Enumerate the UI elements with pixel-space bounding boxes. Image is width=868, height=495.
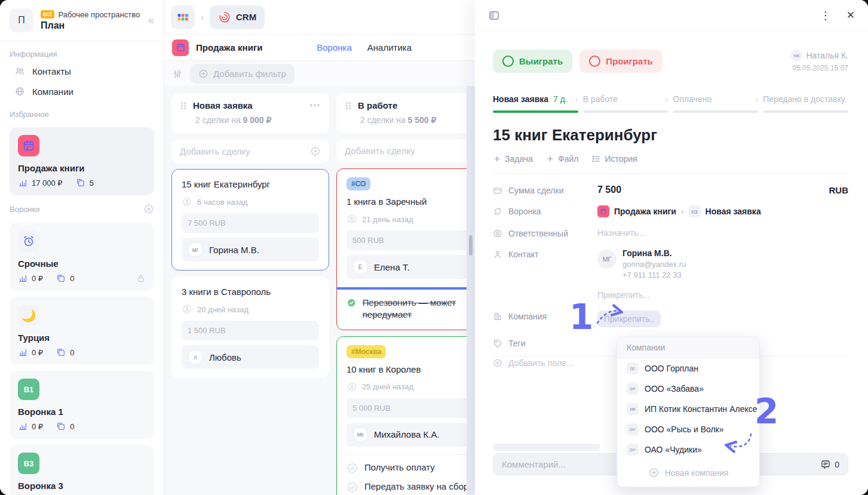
deal-contact[interactable]: мг Горина М.В. <box>182 238 319 262</box>
stage-delivery[interactable]: Передано в доставку <box>763 94 848 113</box>
funnel-amount: 17 000 ₽ <box>32 179 63 187</box>
funnel-title: Продажа книги <box>18 163 146 173</box>
drag-handle-icon[interactable] <box>345 102 352 110</box>
deal-card-ekaterinburg[interactable]: 15 книг Екатеринбург 6 часов назад 7 500… <box>171 169 329 270</box>
workspace-avatar[interactable]: П <box>10 8 33 32</box>
column-title: В работе <box>358 100 475 110</box>
panel-menu-icon[interactable]: ⋮ <box>820 9 831 22</box>
deal-currency[interactable]: RUB <box>829 185 849 195</box>
company-option[interactable]: огООО Горплан <box>617 358 759 379</box>
add-deal-input[interactable]: Добавить сделку <box>336 139 475 162</box>
deal-time: 21 день назад <box>362 215 413 224</box>
crm-app-label: CRM <box>236 12 256 22</box>
tab-analytics[interactable]: Аналитика <box>367 42 412 53</box>
deals-count-icon <box>56 422 66 431</box>
favorite-funnel-card[interactable]: Продажа книги 17 000 ₽ 5 <box>10 127 154 195</box>
funnel-title: Воронка 1 <box>18 407 146 417</box>
add-file-button[interactable]: Файл <box>546 154 578 164</box>
workspace-label: Рабочее пространство <box>58 10 140 19</box>
company-option[interactable]: о«ОАО «Чудики» <box>617 439 759 460</box>
sidebar-item-companies[interactable]: Компании <box>0 81 164 102</box>
deal-contact[interactable]: мк Михайлова К.А. <box>346 423 475 447</box>
funnel-card-srochnye[interactable]: Срочные 0 ₽ 0 <box>10 223 154 291</box>
company-option[interactable]: о«ООО «Рысь и Волк» <box>617 419 759 439</box>
lose-button[interactable]: Проиграть <box>579 50 662 73</box>
funnel-title: Турция <box>18 333 146 343</box>
stage-new[interactable]: Новая заявка7 д.› <box>493 94 578 113</box>
deal-funnel-value[interactable]: Продажа книги <box>614 207 676 216</box>
company-attach-input[interactable]: Прикрепить.. <box>597 310 661 327</box>
company-option[interactable]: икИП Котик Константин Алексе <box>617 399 759 419</box>
deal-contact[interactable]: л Любовь <box>182 345 319 369</box>
filter-sliders-icon[interactable] <box>172 69 183 79</box>
crm-app-chip[interactable]: CRM <box>210 5 265 29</box>
scrollbar-thumb[interactable] <box>469 235 473 256</box>
vertical-scrollbar[interactable] <box>467 86 475 495</box>
comment-count[interactable]: 0 <box>820 459 839 470</box>
board-header: Продажа книги Воронка Аналитика <box>164 35 475 61</box>
deal-price: 1 500 RUB <box>182 321 319 340</box>
collapse-sidebar-icon[interactable]: « <box>148 14 154 27</box>
attach-placeholder[interactable]: Прикрепить... <box>597 290 650 300</box>
deal-title: 15 книг Екатеринбург <box>493 126 848 144</box>
deal-stage-value[interactable]: Новая заявка <box>706 207 761 216</box>
new-company-button[interactable]: Новая компания <box>617 460 759 487</box>
deal-contact[interactable]: Е Елена Т. <box>346 255 475 279</box>
assignee-icon <box>182 304 192 315</box>
funnel-title: Срочные <box>18 259 146 269</box>
contact-phone[interactable]: +7 911 111 22 33 <box>622 270 686 279</box>
funnel-card-voronka3[interactable]: В3 Воронка 3 0 ₽ 0 <box>10 445 154 495</box>
add-filter-button[interactable]: Добавить фильтр <box>190 64 295 84</box>
lock-icon <box>136 273 146 283</box>
field-amount: Сумма сделки 7 500 RUB <box>493 185 848 195</box>
stage-inwork[interactable]: В работе› <box>583 94 668 113</box>
task-done[interactable]: Перезвонить — может передумает <box>346 297 475 321</box>
apps-grid-button[interactable] <box>171 5 195 29</box>
section-funnels-label: Воронки <box>10 205 40 214</box>
history-button[interactable]: История <box>591 154 637 164</box>
add-funnel-icon[interactable] <box>143 204 154 214</box>
win-button[interactable]: Выиграть <box>493 50 572 73</box>
company-option[interactable]: о«ООО «Забава» <box>617 379 759 399</box>
expand-panel-icon[interactable] <box>488 10 500 21</box>
stage-bar <box>673 110 759 113</box>
check-circle-icon <box>346 481 358 493</box>
column-summary-amount: 9 000 ₽ <box>243 115 272 125</box>
alarm-icon <box>18 230 39 252</box>
funnel-card-voronka1[interactable]: В1 Воронка 1 0 ₽ 0 <box>10 371 154 439</box>
funnel-card-turcia[interactable]: 🌙 Турция 0 ₽ 0 <box>10 297 154 365</box>
deal-title: 15 книг Екатеринбург <box>182 179 319 189</box>
avatar: нк <box>790 50 802 62</box>
stage-paid[interactable]: Оплачено› <box>673 94 759 113</box>
contact-card[interactable]: МГ Горина М.В. gorina@yandex.ru +7 911 1… <box>597 248 848 279</box>
deal-title: 10 книг в Королев <box>346 364 475 374</box>
plus-circle-icon[interactable] <box>310 146 321 156</box>
contact-email[interactable]: gorina@yandex.ru <box>622 260 686 269</box>
close-icon[interactable]: ✕ <box>846 9 855 21</box>
calendar-icon <box>172 39 189 56</box>
drag-handle-icon[interactable] <box>180 102 187 110</box>
deal-card-stavropol[interactable]: 3 книги в Ставрополь 20 дней назад 1 500… <box>171 276 329 378</box>
sidebar-item-label: Компании <box>32 87 73 97</box>
add-task-button[interactable]: Задача <box>493 154 533 164</box>
task-pending[interactable]: Передать заявку на сборку <box>346 481 475 493</box>
owner-placeholder[interactable]: Назначить... <box>597 228 645 238</box>
deal-price: 500 RUB <box>346 230 475 250</box>
sidebar-item-contacts[interactable]: Контакты <box>0 61 164 81</box>
deal-card-korolev[interactable]: #Москва 10 книг в Королев 25 дней назад … <box>336 336 475 495</box>
assignee-icon <box>182 196 192 207</box>
column-menu-icon[interactable]: ••• <box>309 102 321 110</box>
deal-amount-value[interactable]: 7 500 <box>597 185 621 195</box>
deals-count-icon <box>76 178 85 187</box>
contact-name[interactable]: Горина М.В. <box>622 248 686 258</box>
funnel-count: 0 <box>70 348 74 357</box>
kanban-column-new: Новая заявка ••• 2 сделки на 9 000 ₽ Доб… <box>171 93 329 495</box>
chart-icon <box>18 422 27 431</box>
column-summary: 2 сделки на <box>360 115 406 125</box>
funnel-count: 5 <box>90 179 94 187</box>
task-pending[interactable]: Получить оплату <box>346 462 475 474</box>
add-deal-input[interactable]: Добавить сделку <box>171 139 329 163</box>
funnel-count: 0 <box>70 274 74 283</box>
deal-card-zarechny[interactable]: #СО 1 книга в Заречный 21 день назад 500… <box>336 168 475 330</box>
tab-funnel[interactable]: Воронка <box>317 42 352 53</box>
